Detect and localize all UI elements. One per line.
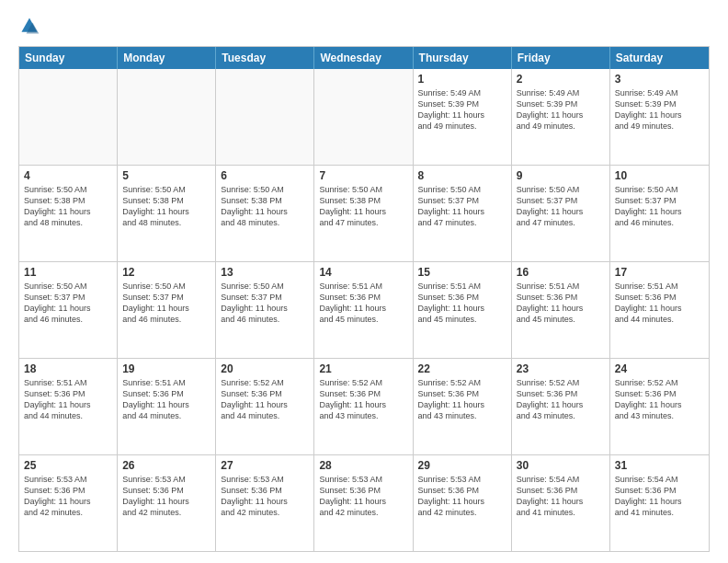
cal-cell: 23Sunrise: 5:52 AM Sunset: 5:36 PM Dayli… [512, 359, 610, 454]
day-number: 11 [24, 266, 112, 279]
cal-cell: 26Sunrise: 5:53 AM Sunset: 5:36 PM Dayli… [118, 455, 216, 551]
cell-info: Sunrise: 5:50 AM Sunset: 5:37 PM Dayligh… [517, 184, 605, 229]
cal-cell: 2Sunrise: 5:49 AM Sunset: 5:39 PM Daylig… [512, 69, 610, 165]
day-number: 18 [24, 362, 112, 375]
cal-cell: 7Sunrise: 5:50 AM Sunset: 5:38 PM Daylig… [314, 166, 413, 261]
cell-info: Sunrise: 5:54 AM Sunset: 5:36 PM Dayligh… [517, 474, 605, 519]
cal-cell: 27Sunrise: 5:53 AM Sunset: 5:36 PM Dayli… [216, 455, 314, 551]
cal-cell: 28Sunrise: 5:53 AM Sunset: 5:36 PM Dayli… [314, 455, 413, 551]
day-number: 9 [517, 169, 605, 182]
cell-info: Sunrise: 5:51 AM Sunset: 5:36 PM Dayligh… [319, 281, 407, 326]
cell-info: Sunrise: 5:50 AM Sunset: 5:38 PM Dayligh… [122, 184, 210, 229]
cal-cell: 8Sunrise: 5:50 AM Sunset: 5:37 PM Daylig… [414, 166, 512, 261]
cell-info: Sunrise: 5:49 AM Sunset: 5:39 PM Dayligh… [418, 87, 506, 132]
cal-cell: 31Sunrise: 5:54 AM Sunset: 5:36 PM Dayli… [610, 455, 709, 551]
day-number: 10 [615, 169, 704, 182]
day-number: 15 [418, 266, 506, 279]
cal-header-friday: Friday [512, 47, 610, 69]
cell-info: Sunrise: 5:50 AM Sunset: 5:37 PM Dayligh… [221, 281, 309, 326]
day-number: 5 [122, 169, 210, 182]
cell-info: Sunrise: 5:52 AM Sunset: 5:36 PM Dayligh… [615, 377, 704, 422]
cal-header-saturday: Saturday [610, 47, 709, 69]
day-number: 8 [418, 169, 506, 182]
cell-info: Sunrise: 5:53 AM Sunset: 5:36 PM Dayligh… [24, 474, 112, 519]
cal-cell: 3Sunrise: 5:49 AM Sunset: 5:39 PM Daylig… [610, 69, 709, 165]
cal-cell: 20Sunrise: 5:52 AM Sunset: 5:36 PM Dayli… [216, 359, 314, 454]
cal-cell [314, 69, 413, 165]
day-number: 7 [319, 169, 407, 182]
cal-cell: 14Sunrise: 5:51 AM Sunset: 5:36 PM Dayli… [314, 262, 413, 358]
cal-cell: 21Sunrise: 5:52 AM Sunset: 5:36 PM Dayli… [314, 359, 413, 454]
cal-cell: 18Sunrise: 5:51 AM Sunset: 5:36 PM Dayli… [19, 359, 118, 454]
cal-cell: 22Sunrise: 5:52 AM Sunset: 5:36 PM Dayli… [414, 359, 512, 454]
cell-info: Sunrise: 5:50 AM Sunset: 5:37 PM Dayligh… [615, 184, 704, 229]
day-number: 17 [615, 266, 704, 279]
cal-cell: 24Sunrise: 5:52 AM Sunset: 5:36 PM Dayli… [610, 359, 709, 454]
day-number: 19 [122, 362, 210, 375]
page: SundayMondayTuesdayWednesdayThursdayFrid… [0, 0, 728, 563]
cell-info: Sunrise: 5:52 AM Sunset: 5:36 PM Dayligh… [319, 377, 407, 422]
cell-info: Sunrise: 5:53 AM Sunset: 5:36 PM Dayligh… [319, 474, 407, 519]
cell-info: Sunrise: 5:50 AM Sunset: 5:38 PM Dayligh… [319, 184, 407, 229]
cell-info: Sunrise: 5:54 AM Sunset: 5:36 PM Dayligh… [615, 474, 704, 519]
cell-info: Sunrise: 5:50 AM Sunset: 5:37 PM Dayligh… [24, 281, 112, 326]
day-number: 13 [221, 266, 309, 279]
logo-icon [18, 15, 40, 37]
cal-cell: 5Sunrise: 5:50 AM Sunset: 5:38 PM Daylig… [118, 166, 216, 261]
cell-info: Sunrise: 5:49 AM Sunset: 5:39 PM Dayligh… [517, 87, 605, 132]
cal-cell: 30Sunrise: 5:54 AM Sunset: 5:36 PM Dayli… [512, 455, 610, 551]
day-number: 23 [517, 362, 605, 375]
cal-cell: 13Sunrise: 5:50 AM Sunset: 5:37 PM Dayli… [216, 262, 314, 358]
cell-info: Sunrise: 5:52 AM Sunset: 5:36 PM Dayligh… [517, 377, 605, 422]
cell-info: Sunrise: 5:53 AM Sunset: 5:36 PM Dayligh… [221, 474, 309, 519]
day-number: 30 [517, 459, 605, 472]
cal-week-1: 1Sunrise: 5:49 AM Sunset: 5:39 PM Daylig… [19, 69, 709, 165]
cal-cell: 16Sunrise: 5:51 AM Sunset: 5:36 PM Dayli… [512, 262, 610, 358]
day-number: 29 [418, 459, 506, 472]
day-number: 12 [122, 266, 210, 279]
cal-cell: 25Sunrise: 5:53 AM Sunset: 5:36 PM Dayli… [19, 455, 118, 551]
cal-cell: 1Sunrise: 5:49 AM Sunset: 5:39 PM Daylig… [414, 69, 512, 165]
day-number: 1 [418, 73, 506, 86]
day-number: 21 [319, 362, 407, 375]
cal-cell [19, 69, 118, 165]
cal-cell [118, 69, 216, 165]
cell-info: Sunrise: 5:51 AM Sunset: 5:36 PM Dayligh… [122, 377, 210, 422]
cal-cell: 15Sunrise: 5:51 AM Sunset: 5:36 PM Dayli… [414, 262, 512, 358]
cal-cell: 9Sunrise: 5:50 AM Sunset: 5:37 PM Daylig… [512, 166, 610, 261]
cell-info: Sunrise: 5:50 AM Sunset: 5:37 PM Dayligh… [418, 184, 506, 229]
cal-header-monday: Monday [118, 47, 216, 69]
day-number: 25 [24, 459, 112, 472]
cal-cell: 12Sunrise: 5:50 AM Sunset: 5:37 PM Dayli… [118, 262, 216, 358]
day-number: 28 [319, 459, 407, 472]
calendar-header-row: SundayMondayTuesdayWednesdayThursdayFrid… [19, 47, 709, 69]
day-number: 31 [615, 459, 704, 472]
cell-info: Sunrise: 5:50 AM Sunset: 5:37 PM Dayligh… [122, 281, 210, 326]
cell-info: Sunrise: 5:52 AM Sunset: 5:36 PM Dayligh… [221, 377, 309, 422]
day-number: 22 [418, 362, 506, 375]
day-number: 26 [122, 459, 210, 472]
day-number: 20 [221, 362, 309, 375]
cal-header-thursday: Thursday [414, 47, 512, 69]
cal-cell: 19Sunrise: 5:51 AM Sunset: 5:36 PM Dayli… [118, 359, 216, 454]
header [18, 15, 710, 37]
calendar: SundayMondayTuesdayWednesdayThursdayFrid… [18, 46, 710, 552]
cal-cell: 29Sunrise: 5:53 AM Sunset: 5:36 PM Dayli… [414, 455, 512, 551]
cell-info: Sunrise: 5:51 AM Sunset: 5:36 PM Dayligh… [418, 281, 506, 326]
day-number: 24 [615, 362, 704, 375]
cal-week-5: 25Sunrise: 5:53 AM Sunset: 5:36 PM Dayli… [19, 454, 709, 551]
day-number: 27 [221, 459, 309, 472]
cal-header-sunday: Sunday [19, 47, 118, 69]
cal-week-3: 11Sunrise: 5:50 AM Sunset: 5:37 PM Dayli… [19, 261, 709, 358]
cal-cell: 11Sunrise: 5:50 AM Sunset: 5:37 PM Dayli… [19, 262, 118, 358]
day-number: 2 [517, 73, 605, 86]
cal-cell: 4Sunrise: 5:50 AM Sunset: 5:38 PM Daylig… [19, 166, 118, 261]
day-number: 16 [517, 266, 605, 279]
cell-info: Sunrise: 5:50 AM Sunset: 5:38 PM Dayligh… [221, 184, 309, 229]
cal-cell: 10Sunrise: 5:50 AM Sunset: 5:37 PM Dayli… [610, 166, 709, 261]
day-number: 6 [221, 169, 309, 182]
logo [18, 15, 44, 37]
day-number: 3 [615, 73, 704, 86]
cell-info: Sunrise: 5:53 AM Sunset: 5:36 PM Dayligh… [122, 474, 210, 519]
cal-header-wednesday: Wednesday [314, 47, 413, 69]
